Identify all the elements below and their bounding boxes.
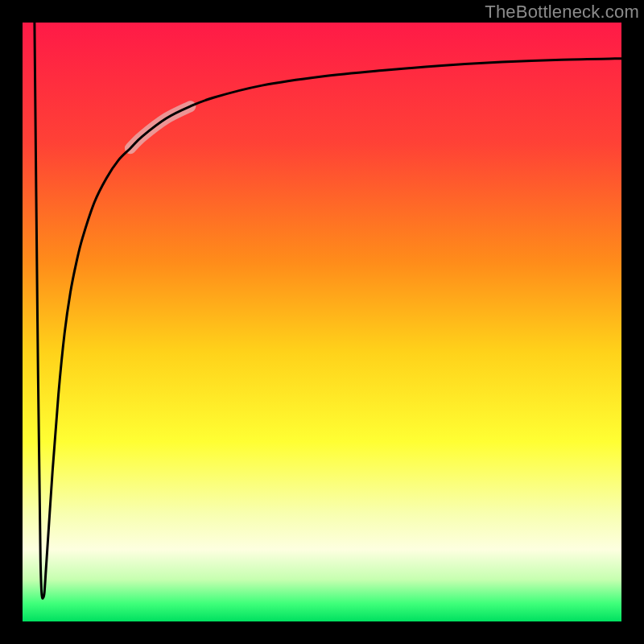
watermark-text: TheBottleneck.com (485, 2, 639, 23)
chart-curve (23, 23, 621, 621)
chart-frame: TheBottleneck.com (0, 0, 644, 644)
plot-area (23, 23, 621, 621)
